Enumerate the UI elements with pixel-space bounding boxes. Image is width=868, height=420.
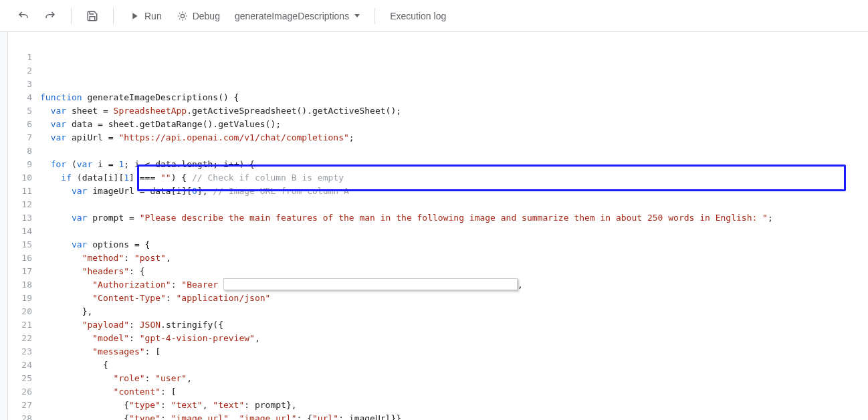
line-number: 24 <box>8 358 40 372</box>
code-line[interactable]: "headers": { <box>40 265 868 278</box>
line-number: 25 <box>8 372 40 385</box>
run-label: Run <box>144 11 162 21</box>
line-number: 9 <box>8 158 40 171</box>
code-line[interactable]: "role": "user", <box>40 372 868 385</box>
line-number: 18 <box>8 278 40 292</box>
code-line[interactable]: }, <box>40 305 868 318</box>
save-button[interactable] <box>81 6 104 26</box>
debug-label: Debug <box>193 11 220 21</box>
code-line[interactable] <box>40 144 868 158</box>
editor: 1234567891011121314151617181920212223242… <box>0 32 868 420</box>
code-line[interactable]: var imageUrl = data[i][0]; // Image URL … <box>40 185 868 198</box>
code-line[interactable] <box>40 225 868 238</box>
line-number: 7 <box>8 131 40 144</box>
redo-button[interactable] <box>39 6 62 26</box>
line-number: 12 <box>8 198 40 211</box>
code-line[interactable]: function generateImageDescriptions() { <box>40 91 868 104</box>
line-number: 17 <box>8 265 40 278</box>
save-icon <box>86 10 98 22</box>
line-number: 6 <box>8 118 40 131</box>
line-number: 13 <box>8 211 40 225</box>
separator <box>71 8 72 24</box>
line-number: 1 <box>8 51 40 64</box>
code-line[interactable]: for (var i = 1; i < data.length; i++) { <box>40 158 868 171</box>
separator <box>113 8 114 24</box>
code-line[interactable]: { <box>40 358 868 372</box>
separator <box>374 8 375 24</box>
line-number: 23 <box>8 345 40 358</box>
line-number: 10 <box>8 171 40 185</box>
code-line[interactable]: "messages": [ <box>40 345 868 358</box>
code-area[interactable]: function generateImageDescriptions() { v… <box>40 32 868 420</box>
line-number: 21 <box>8 318 40 332</box>
redacted-token <box>223 278 518 290</box>
editor-left-edge <box>0 32 8 420</box>
code-line[interactable]: "payload": JSON.stringify({ <box>40 318 868 332</box>
line-number: 26 <box>8 385 40 399</box>
line-number: 27 <box>8 399 40 412</box>
line-number: 16 <box>8 251 40 265</box>
code-line[interactable]: "Content-Type": "application/json" <box>40 292 868 305</box>
code-line[interactable]: {"type": "text", "text": prompt}, <box>40 399 868 412</box>
code-line[interactable] <box>40 198 868 211</box>
code-line[interactable]: var apiUrl = "https://api.openai.com/v1/… <box>40 131 868 144</box>
code-line[interactable]: "model": "gpt-4-vision-preview", <box>40 332 868 345</box>
chevron-down-icon <box>354 14 360 17</box>
code-line[interactable]: var sheet = SpreadsheetApp.getActiveSpre… <box>40 104 868 118</box>
code-line[interactable]: "Authorization": "Bearer , <box>40 278 868 292</box>
line-number: 20 <box>8 305 40 318</box>
line-number: 4 <box>8 91 40 104</box>
code-line[interactable]: "content": [ <box>40 385 868 399</box>
line-number: 19 <box>8 292 40 305</box>
code-line[interactable]: if (data[i][1] === "") { // Check if col… <box>40 171 868 185</box>
toolbar: Run Debug generateImageDescriptions Exec… <box>0 0 868 32</box>
code-line[interactable]: var options = { <box>40 238 868 251</box>
bug-icon <box>177 10 189 22</box>
function-select[interactable]: generateImageDescriptions <box>229 7 365 25</box>
undo-icon <box>17 10 29 22</box>
line-number: 14 <box>8 225 40 238</box>
line-number: 5 <box>8 104 40 118</box>
redo-icon <box>44 10 56 22</box>
debug-button[interactable]: Debug <box>171 6 225 26</box>
line-number: 8 <box>8 144 40 158</box>
line-number: 3 <box>8 78 40 91</box>
line-number: 15 <box>8 238 40 251</box>
run-button[interactable]: Run <box>123 6 167 26</box>
line-number: 2 <box>8 64 40 78</box>
code-line[interactable]: var prompt = "Please describe the main f… <box>40 211 868 225</box>
execution-log-button[interactable]: Execution log <box>385 7 451 25</box>
code-line[interactable]: "method": "post", <box>40 251 868 265</box>
undo-button[interactable] <box>12 6 35 26</box>
svg-point-0 <box>181 14 184 17</box>
line-number: 28 <box>8 412 40 420</box>
line-number-gutter: 1234567891011121314151617181920212223242… <box>8 32 40 420</box>
function-select-label: generateImageDescriptions <box>235 11 349 21</box>
line-number: 22 <box>8 332 40 345</box>
code-line[interactable]: var data = sheet.getDataRange().getValue… <box>40 118 868 131</box>
execution-log-label: Execution log <box>390 11 446 21</box>
code-line[interactable]: {"type": "image_url", "image_url": {"url… <box>40 412 868 420</box>
line-number: 11 <box>8 185 40 198</box>
play-icon <box>128 10 140 22</box>
